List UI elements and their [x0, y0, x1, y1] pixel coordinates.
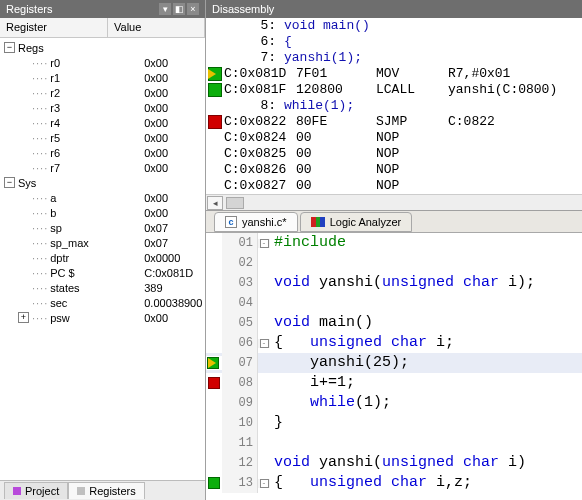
asm-addr: C:0x0822 — [224, 114, 296, 130]
line-number: 06 — [222, 333, 258, 353]
register-row[interactable]: ····r30x00 — [0, 100, 205, 115]
code-text: yanshi(25); — [270, 353, 409, 373]
editor-line[interactable]: 05void main() — [206, 313, 582, 333]
registers-tree[interactable]: −Regs····r00x00····r10x00····r20x00····r… — [0, 38, 205, 480]
disasm-asm-row[interactable]: C:0x082600NOP — [206, 162, 582, 178]
tab-registers[interactable]: Registers — [68, 482, 144, 499]
disasm-asm-row[interactable]: C:0x081F120800LCALLyanshi(C:0800) — [206, 82, 582, 98]
register-row[interactable]: +····psw0x00 — [0, 310, 205, 325]
exec-marker-icon — [208, 477, 220, 489]
register-row[interactable]: ····r50x00 — [0, 130, 205, 145]
asm-mnem: NOP — [376, 162, 448, 178]
editor-line[interactable]: 12void yanshi(unsigned char i) — [206, 453, 582, 473]
register-group[interactable]: −Sys — [0, 175, 205, 190]
register-row[interactable]: ····PC $C:0x081D — [0, 265, 205, 280]
register-name: dptr — [50, 252, 140, 264]
expand-icon[interactable]: − — [4, 177, 15, 188]
register-row[interactable]: ····dptr0x0000 — [0, 250, 205, 265]
register-row[interactable]: ····states389 — [0, 280, 205, 295]
register-row[interactable]: ····sp0x07 — [0, 220, 205, 235]
code-text: i+=1; — [270, 373, 355, 393]
disasm-source-row[interactable]: 8: while(1); — [206, 98, 582, 114]
editor-line[interactable]: 08 i+=1; — [206, 373, 582, 393]
disasm-asm-row[interactable]: C:0x082500NOP — [206, 146, 582, 162]
asm-hex: 00 — [296, 162, 376, 178]
src-text: void main() — [284, 18, 370, 34]
disasm-asm-row[interactable]: C:0x082280FESJMPC:0822 — [206, 114, 582, 130]
asm-mnem: NOP — [376, 178, 448, 194]
src-linenum: 7: — [224, 50, 284, 66]
asm-mnem: NOP — [376, 130, 448, 146]
fold-icon[interactable]: - — [260, 239, 269, 248]
register-row[interactable]: ····r60x00 — [0, 145, 205, 160]
register-row[interactable]: ····r10x00 — [0, 70, 205, 85]
tab-source-file[interactable]: c yanshi.c* — [214, 212, 298, 232]
breakpoint-icon[interactable] — [208, 115, 222, 129]
fold-icon[interactable]: - — [260, 339, 269, 348]
register-value: 0x00 — [140, 207, 168, 219]
asm-mnem: SJMP — [376, 114, 448, 130]
editor-line[interactable]: 13-{ unsigned char i,z; — [206, 473, 582, 493]
register-row[interactable]: ····r70x00 — [0, 160, 205, 175]
editor-line[interactable]: 02 — [206, 253, 582, 273]
asm-ops: C:0822 — [448, 114, 495, 130]
exec-marker-icon — [208, 83, 222, 97]
editor-line[interactable]: 11 — [206, 433, 582, 453]
registers-title: Registers — [6, 0, 52, 18]
disasm-asm-row[interactable]: C:0x082400NOP — [206, 130, 582, 146]
disasm-scrollbar[interactable]: ◂ — [206, 194, 582, 210]
editor-line[interactable]: 09 while(1); — [206, 393, 582, 413]
disasm-asm-row[interactable]: C:0x082700NOP — [206, 178, 582, 194]
register-row[interactable]: ····r00x00 — [0, 55, 205, 70]
editor-line[interactable]: 04 — [206, 293, 582, 313]
disasm-asm-row[interactable]: C:0x081D7F01MOVR7,#0x01 — [206, 66, 582, 82]
register-name: r3 — [50, 102, 140, 114]
editor-line[interactable]: 01-#include — [206, 233, 582, 253]
disasm-source-row[interactable]: 6:{ — [206, 34, 582, 50]
scroll-thumb[interactable] — [226, 197, 244, 209]
editor-line[interactable]: 07 yanshi(25); — [206, 353, 582, 373]
line-number: 07 — [222, 353, 258, 373]
register-row[interactable]: ····a0x00 — [0, 190, 205, 205]
disasm-source-row[interactable]: 7: yanshi(1); — [206, 50, 582, 66]
line-number: 13 — [222, 473, 258, 493]
disassembly-body[interactable]: 5:void main()6:{7: yanshi(1);C:0x081D7F0… — [206, 18, 582, 194]
code-editor[interactable]: 01-#include0203void yanshi(unsigned char… — [206, 233, 582, 500]
scroll-left-icon[interactable]: ◂ — [207, 196, 223, 210]
asm-addr: C:0x0825 — [224, 146, 296, 162]
asm-hex: 120800 — [296, 82, 376, 98]
register-row[interactable]: ····r40x00 — [0, 115, 205, 130]
col-register[interactable]: Register — [0, 18, 108, 37]
tab-logic-analyzer[interactable]: Logic Analyzer — [300, 212, 413, 232]
register-value: C:0x081D — [140, 267, 193, 279]
register-row[interactable]: ····r20x00 — [0, 85, 205, 100]
col-value[interactable]: Value — [108, 18, 205, 37]
register-row[interactable]: ····sp_max0x07 — [0, 235, 205, 250]
code-text: void main() — [270, 313, 373, 333]
register-value: 0x0000 — [140, 252, 180, 264]
register-row[interactable]: ····sec0.00038900 — [0, 295, 205, 310]
code-text: while(1); — [270, 393, 391, 413]
asm-addr: C:0x0826 — [224, 162, 296, 178]
line-number: 03 — [222, 273, 258, 293]
expand-icon[interactable]: − — [4, 42, 15, 53]
registers-header: Register Value — [0, 18, 205, 38]
pane-pin-icon[interactable]: ◧ — [173, 3, 185, 15]
pane-menu-icon[interactable]: ▾ — [159, 3, 171, 15]
editor-line[interactable]: 10} — [206, 413, 582, 433]
register-value: 0x00 — [140, 162, 168, 174]
editor-line[interactable]: 06-{ unsigned char i; — [206, 333, 582, 353]
fold-icon[interactable]: - — [260, 479, 269, 488]
expand-icon[interactable]: + — [18, 312, 29, 323]
register-name: PC $ — [50, 267, 140, 279]
disasm-source-row[interactable]: 5:void main() — [206, 18, 582, 34]
breakpoint-icon[interactable] — [208, 377, 220, 389]
register-group[interactable]: −Regs — [0, 40, 205, 55]
register-name: psw — [50, 312, 140, 324]
register-name: a — [50, 192, 140, 204]
editor-line[interactable]: 03void yanshi(unsigned char i); — [206, 273, 582, 293]
tab-project[interactable]: Project — [4, 482, 68, 499]
register-row[interactable]: ····b0x00 — [0, 205, 205, 220]
registers-pane: Registers ▾ ◧ × Register Value −Regs····… — [0, 0, 206, 500]
pane-close-icon[interactable]: × — [187, 3, 199, 15]
